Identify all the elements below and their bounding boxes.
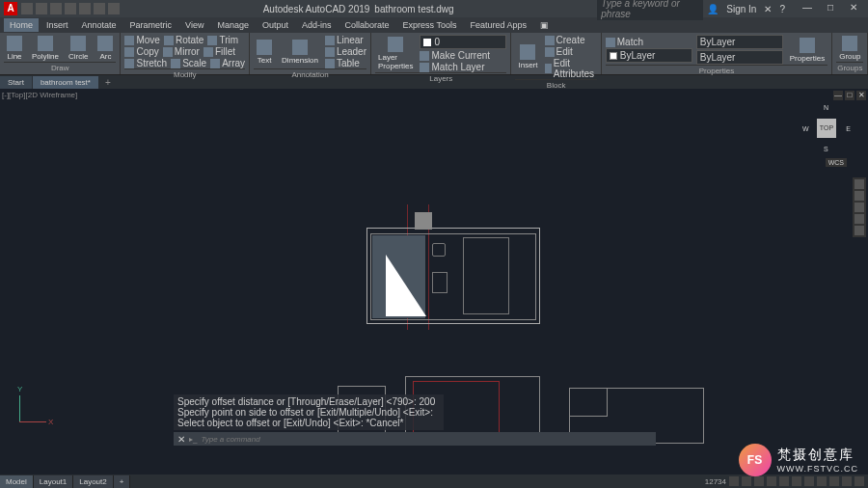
tab-featured[interactable]: Featured Apps xyxy=(464,18,532,32)
rotate-tool[interactable]: Rotate xyxy=(164,35,203,45)
viewcube-top[interactable]: TOP xyxy=(817,119,836,138)
copy-tool[interactable]: Copy xyxy=(124,46,158,57)
match-tool[interactable]: Match xyxy=(606,37,692,47)
saveas-icon[interactable] xyxy=(65,3,76,14)
undo-icon[interactable] xyxy=(94,3,105,14)
text-tool[interactable]: Text xyxy=(254,39,275,66)
table-tool[interactable]: Table xyxy=(325,58,366,68)
pan-icon[interactable] xyxy=(854,191,864,201)
plot-icon[interactable] xyxy=(79,3,91,14)
help-search[interactable]: Type a keyword or phrase xyxy=(597,0,703,20)
leader-tool[interactable]: Leader xyxy=(325,46,366,57)
signin-icon[interactable]: 👤 xyxy=(707,4,719,14)
command-input[interactable] xyxy=(201,435,652,444)
redo-icon[interactable] xyxy=(108,3,120,14)
showmotion-icon[interactable] xyxy=(854,226,864,235)
polar-toggle-icon[interactable] xyxy=(767,476,776,486)
tab-layout1[interactable]: Layout1 xyxy=(34,475,73,488)
lineweight-toggle-icon[interactable] xyxy=(792,476,801,486)
viewcube-s[interactable]: S xyxy=(824,146,828,152)
ortho-toggle-icon[interactable] xyxy=(754,476,764,486)
transparency-toggle-icon[interactable] xyxy=(804,476,814,486)
linear-tool[interactable]: Linear xyxy=(325,35,366,45)
signin-label[interactable]: Sign In xyxy=(726,4,756,14)
panel-title-annotation[interactable]: Annotation xyxy=(254,68,366,79)
minimize-button[interactable]: — xyxy=(797,2,818,15)
orbit-icon[interactable] xyxy=(854,214,864,224)
vp-maximize-icon[interactable]: □ xyxy=(845,91,854,100)
tab-model[interactable]: Model xyxy=(0,475,34,488)
array-tool[interactable]: Array xyxy=(210,58,245,68)
exchange-icon[interactable]: ✕ xyxy=(764,4,772,14)
tab-output[interactable]: Output xyxy=(257,18,294,32)
vp-close-icon[interactable]: ✕ xyxy=(856,91,866,100)
line-tool[interactable]: Line xyxy=(4,35,25,62)
lineweight-combo[interactable]: ByLayer xyxy=(696,50,783,65)
insert-tool[interactable]: Insert xyxy=(515,43,540,70)
match-layer-tool[interactable]: Match Layer xyxy=(420,62,506,72)
help-icon[interactable]: ? xyxy=(779,4,785,14)
polyline-tool[interactable]: Polyline xyxy=(29,35,62,62)
tab-parametric[interactable]: Parametric xyxy=(124,18,178,32)
open-icon[interactable] xyxy=(36,3,47,14)
vp-minimize-icon[interactable]: — xyxy=(833,91,843,100)
mirror-tool[interactable]: Mirror xyxy=(163,46,200,57)
edit-attr-tool[interactable]: Edit Attributes xyxy=(545,58,597,79)
move-tool[interactable]: Move xyxy=(124,35,159,45)
viewcube[interactable]: N S E W TOP xyxy=(802,104,851,152)
wcs-label[interactable]: WCS xyxy=(826,158,847,167)
tab-layout2[interactable]: Layout2 xyxy=(73,475,113,488)
tab-collaborate[interactable]: Collaborate xyxy=(339,18,395,32)
dimension-tool[interactable]: Dimension xyxy=(279,39,321,66)
viewcube-n[interactable]: N xyxy=(824,104,828,111)
layer-combo[interactable]: 0 xyxy=(420,35,506,49)
osnap-toggle-icon[interactable] xyxy=(779,476,789,486)
clean-screen-icon[interactable] xyxy=(854,476,864,486)
save-icon[interactable] xyxy=(50,3,62,14)
grid-toggle-icon[interactable] xyxy=(729,476,739,486)
workspace-icon[interactable] xyxy=(842,476,852,486)
tab-home[interactable]: Home xyxy=(4,18,39,32)
filetab-current[interactable]: bathroom test* xyxy=(33,76,98,89)
tab-addins[interactable]: Add-ins xyxy=(296,18,338,32)
viewport-label[interactable]: [-][Top][2D Wireframe] xyxy=(2,91,77,99)
panel-title-groups[interactable]: Groups xyxy=(836,62,863,72)
panel-title-modify[interactable]: Modify xyxy=(124,68,245,79)
tab-annotate[interactable]: Annotate xyxy=(76,18,122,32)
circle-tool[interactable]: Circle xyxy=(66,35,91,62)
close-button[interactable]: ✕ xyxy=(843,2,864,15)
create-block-tool[interactable]: Create xyxy=(545,35,597,45)
scale-tool[interactable]: Scale xyxy=(171,58,206,68)
trim-tool[interactable]: Trim xyxy=(207,35,238,45)
drawing-viewport[interactable]: [-][Top][2D Wireframe] — □ ✕ N S E W TOP… xyxy=(0,89,868,461)
make-current-tool[interactable]: Make Current xyxy=(420,50,506,61)
tab-view[interactable]: View xyxy=(179,18,209,32)
viewcube-w[interactable]: W xyxy=(802,125,809,132)
group-tool[interactable]: Group xyxy=(836,35,863,62)
zoom-icon[interactable] xyxy=(854,203,864,212)
maximize-button[interactable]: □ xyxy=(820,2,841,15)
stretch-tool[interactable]: Stretch xyxy=(124,58,167,68)
edit-block-tool[interactable]: Edit xyxy=(545,46,597,57)
app-logo[interactable]: A xyxy=(4,2,17,15)
command-line[interactable]: ✕ ▸_ xyxy=(174,432,656,446)
tab-manage[interactable]: Manage xyxy=(211,18,255,32)
panel-title-draw[interactable]: Draw xyxy=(4,62,116,72)
snap-toggle-icon[interactable] xyxy=(742,476,751,486)
viewcube-e[interactable]: E xyxy=(846,125,851,132)
arc-tool[interactable]: Arc xyxy=(95,35,116,62)
filetab-new-icon[interactable]: + xyxy=(99,75,117,90)
tab-options-icon[interactable]: ▣ xyxy=(534,18,555,32)
new-icon[interactable] xyxy=(21,3,33,14)
tab-layout-add[interactable]: + xyxy=(114,475,131,488)
tab-express[interactable]: Express Tools xyxy=(397,18,463,32)
fillet-tool[interactable]: Fillet xyxy=(203,46,235,57)
tab-insert[interactable]: Insert xyxy=(41,18,74,32)
panel-title-layers[interactable]: Layers xyxy=(375,72,506,83)
annotation-toggle-icon[interactable] xyxy=(829,476,839,486)
fullnav-icon[interactable] xyxy=(854,179,864,189)
color-combo[interactable]: ByLayer xyxy=(606,48,692,63)
cmd-close-icon[interactable]: ✕ xyxy=(177,434,185,445)
layer-properties-tool[interactable]: Layer Properties xyxy=(375,36,416,71)
panel-title-properties[interactable]: Properties xyxy=(606,65,827,75)
